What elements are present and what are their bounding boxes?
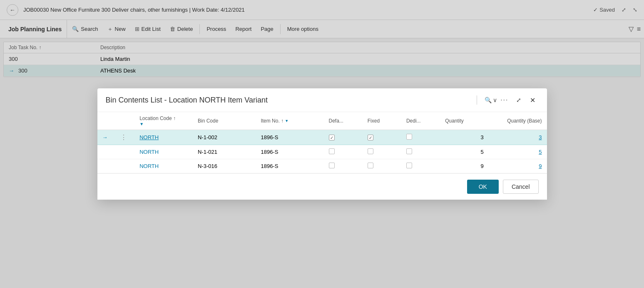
defa-cell[interactable] <box>324 159 363 173</box>
defa-cell[interactable] <box>324 145 363 159</box>
location-text: NORTH <box>139 149 159 155</box>
th-dedi[interactable]: Dedi... <box>401 112 440 130</box>
fixed-checkbox[interactable] <box>368 148 373 154</box>
location-text: NORTH <box>139 163 159 169</box>
location-code-cell[interactable]: NORTH <box>134 145 193 159</box>
dedi-checkbox[interactable] <box>406 148 412 154</box>
quantity-base-cell[interactable]: 3 <box>489 130 547 145</box>
row-arrow-cell <box>97 145 115 159</box>
table-header-row: Location Code ↑ ▼ Bin Code Item No. ↑ ▼ … <box>97 112 547 130</box>
modal-close-button[interactable]: ✕ <box>527 94 539 106</box>
dedi-checkbox[interactable] <box>406 134 412 140</box>
item-no-cell: 1896-S <box>256 145 323 159</box>
fixed-cell[interactable] <box>363 159 401 173</box>
dedi-cell[interactable] <box>401 159 440 173</box>
th-location-code[interactable]: Location Code ↑ ▼ <box>134 112 193 130</box>
quantity-base-cell[interactable]: 5 <box>489 145 547 159</box>
modal-header: Bin Contents List - Location NORTH Item … <box>97 88 547 112</box>
quantity-cell: 3 <box>440 130 489 145</box>
ok-button[interactable]: OK <box>467 180 499 194</box>
modal-search-icon: 🔍 <box>485 97 492 103</box>
table-row[interactable]: NORTHN-3-0161896-S99 <box>97 159 547 173</box>
modal-dialog: Bin Contents List - Location NORTH Item … <box>97 88 547 200</box>
cancel-button[interactable]: Cancel <box>503 180 539 194</box>
modal-footer: OK Cancel <box>97 173 547 200</box>
dedi-cell[interactable] <box>401 130 440 145</box>
modal-title: Bin Contents List - Location NORTH Item … <box>106 96 470 105</box>
th-arrow <box>97 112 115 130</box>
quantity-cell: 5 <box>440 145 489 159</box>
th-quantity[interactable]: Quantity <box>440 112 489 130</box>
quantity-base-link[interactable]: 5 <box>539 149 542 155</box>
bin-code-cell: N-3-016 <box>193 159 256 173</box>
quantity-base-cell[interactable]: 9 <box>489 159 547 173</box>
fixed-checkbox[interactable] <box>368 163 373 168</box>
dedi-cell[interactable] <box>401 145 440 159</box>
filter-icon: ▼ <box>139 122 188 126</box>
fixed-cell[interactable] <box>363 130 401 145</box>
modal-body: Location Code ↑ ▼ Bin Code Item No. ↑ ▼ … <box>97 112 547 173</box>
th-defa[interactable]: Defa... <box>324 112 363 130</box>
location-code-cell[interactable]: NORTH <box>134 130 193 145</box>
item-no-cell: 1896-S <box>256 130 323 145</box>
defa-checkbox[interactable] <box>329 148 335 154</box>
table-row[interactable]: NORTHN-1-0211896-S55 <box>97 145 547 159</box>
modal-expand-button[interactable]: ⤢ <box>513 94 525 106</box>
defa-checkbox[interactable] <box>329 135 335 140</box>
th-quantity-base[interactable]: Quantity (Base) <box>489 112 547 130</box>
expand-icon: ⤢ <box>516 97 521 103</box>
modal-search-button[interactable]: 🔍 ∨ <box>485 97 497 103</box>
quantity-base-link[interactable]: 9 <box>539 163 542 169</box>
fixed-checkbox[interactable] <box>368 135 373 140</box>
row-arrow-cell: → <box>97 130 115 145</box>
item-filter-icon: ▼ <box>285 119 288 123</box>
quantity-base-link[interactable]: 3 <box>539 134 542 140</box>
dedi-checkbox[interactable] <box>406 163 412 168</box>
location-link[interactable]: NORTH <box>139 134 159 140</box>
close-icon: ✕ <box>530 96 535 104</box>
location-code-cell[interactable]: NORTH <box>134 159 193 173</box>
th-fixed[interactable]: Fixed <box>363 112 401 130</box>
bin-code-cell: N-1-002 <box>193 130 256 145</box>
row-arrow-icon: → <box>102 134 108 140</box>
bin-contents-table: Location Code ↑ ▼ Bin Code Item No. ↑ ▼ … <box>97 112 547 173</box>
quantity-cell: 9 <box>440 159 489 173</box>
modal-chevron-icon: ∨ <box>493 97 497 103</box>
modal-overlay: Bin Contents List - Location NORTH Item … <box>0 0 644 288</box>
modal-header-actions: 🔍 ∨ ··· <box>485 96 508 104</box>
th-bin-code[interactable]: Bin Code <box>193 112 256 130</box>
fixed-cell[interactable] <box>363 145 401 159</box>
table-row[interactable]: →⋮NORTHN-1-0021896-S33 <box>97 130 547 145</box>
defa-checkbox[interactable] <box>329 163 335 168</box>
th-menu <box>115 112 135 130</box>
row-menu-icon[interactable]: ⋮ <box>120 134 127 141</box>
row-arrow-cell <box>97 159 115 173</box>
modal-more-button[interactable]: ··· <box>500 96 508 104</box>
defa-cell[interactable] <box>324 130 363 145</box>
header-divider <box>477 95 477 105</box>
row-menu-cell[interactable] <box>115 159 135 173</box>
row-menu-cell[interactable] <box>115 145 135 159</box>
th-item-no[interactable]: Item No. ↑ ▼ <box>256 112 323 130</box>
item-no-cell: 1896-S <box>256 159 323 173</box>
row-menu-cell[interactable]: ⋮ <box>115 130 135 145</box>
bin-code-cell: N-1-021 <box>193 145 256 159</box>
